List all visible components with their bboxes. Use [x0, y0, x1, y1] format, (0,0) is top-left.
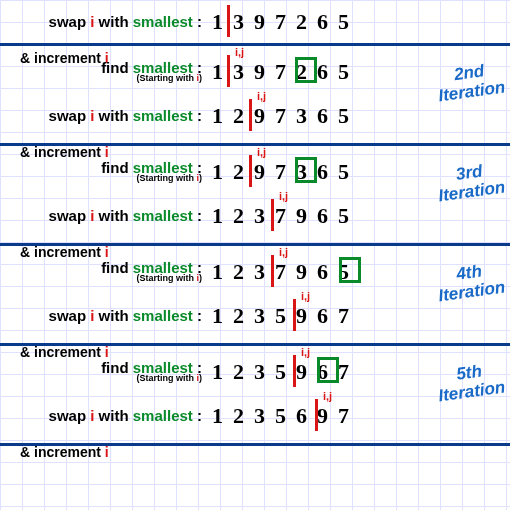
ij-pointer: i,j: [279, 190, 288, 202]
array-display: 1237965i,j: [212, 259, 359, 285]
array-display: 1397265: [212, 9, 359, 35]
smallest-box: [295, 57, 317, 83]
iteration-block: find smallest :(Starting with i)1397265i…: [0, 46, 510, 146]
i-separator: [249, 99, 252, 131]
find-row: find smallest :(Starting with i)1297365i…: [10, 150, 500, 194]
array-display: 1235967i,j: [212, 359, 359, 385]
row-label: find smallest :(Starting with i): [10, 360, 202, 384]
array-display: 1397265i,j: [212, 59, 359, 85]
row-label: swap i with smallest :: [10, 408, 202, 425]
row-label: swap i with smallest :: [10, 308, 202, 325]
find-row: find smallest :(Starting with i)1237965i…: [10, 250, 500, 294]
array-display: 1235967i,j: [212, 303, 359, 329]
iteration-block: find smallest :(Starting with i)1235967i…: [0, 346, 510, 446]
i-separator: [293, 299, 296, 331]
i-separator: [315, 399, 318, 431]
i-separator: [293, 355, 296, 387]
i-separator: [249, 155, 252, 187]
row-label: swap i with smallest :: [10, 108, 202, 125]
array-display: 1297365i,j: [212, 103, 359, 129]
find-row: find smallest :(Starting with i)1397265i…: [10, 50, 500, 94]
i-separator: [227, 55, 230, 87]
ij-pointer: i,j: [301, 290, 310, 302]
array-display: 1237965i,j: [212, 203, 359, 229]
ij-pointer: i,j: [279, 246, 288, 258]
increment-row: & increment i: [10, 430, 500, 474]
ij-pointer: i,j: [235, 46, 244, 58]
smallest-box: [317, 357, 339, 383]
row-label: find smallest :(Starting with i): [10, 160, 202, 184]
i-separator: [271, 255, 274, 287]
ij-pointer: i,j: [257, 90, 266, 102]
iteration-block: swap i with smallest :1397265& increment…: [0, 0, 510, 46]
i-separator: [227, 5, 230, 37]
row-label: find smallest :(Starting with i): [10, 260, 202, 284]
row-label: find smallest :(Starting with i): [10, 60, 202, 84]
ij-pointer: i,j: [301, 346, 310, 358]
find-row: find smallest :(Starting with i)1235967i…: [10, 350, 500, 394]
iteration-block: find smallest :(Starting with i)1237965i…: [0, 246, 510, 346]
smallest-box: [295, 157, 317, 183]
iteration-block: find smallest :(Starting with i)1297365i…: [0, 146, 510, 246]
i-separator: [271, 199, 274, 231]
array-display: 1235697i,j: [212, 403, 359, 429]
ij-pointer: i,j: [257, 146, 266, 158]
row-label: swap i with smallest :: [10, 208, 202, 225]
array-display: 1297365i,j: [212, 159, 359, 185]
row-label: swap i with smallest :: [10, 14, 202, 31]
ij-pointer: i,j: [323, 390, 332, 402]
smallest-box: [339, 257, 361, 283]
